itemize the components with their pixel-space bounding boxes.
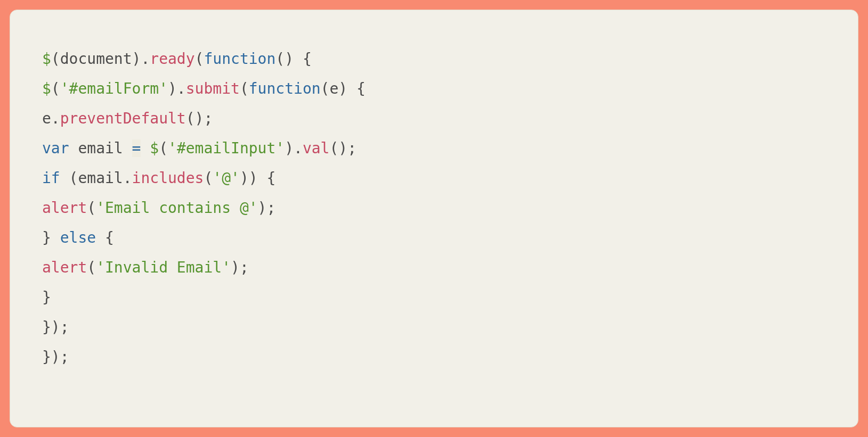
- code-token: () {: [275, 50, 311, 68]
- code-line: } else {: [42, 229, 114, 246]
- code-token: $: [42, 80, 51, 97]
- code-token: (: [195, 50, 204, 68]
- code-token: {: [96, 229, 114, 246]
- code-token: 'Email contains @': [96, 199, 257, 217]
- code-token: }: [42, 288, 51, 306]
- code-token: (: [87, 259, 96, 276]
- code-line: });: [42, 318, 69, 336]
- code-token: (: [240, 80, 249, 97]
- code-token: function: [204, 50, 275, 68]
- code-token: [141, 139, 150, 157]
- code-token: (: [159, 139, 168, 157]
- code-line: var email = $('#emailInput').val();: [42, 139, 356, 157]
- code-token: document: [60, 50, 132, 68]
- code-token: $: [150, 139, 159, 157]
- code-token: (e) {: [321, 80, 366, 97]
- code-token: alert: [42, 199, 87, 217]
- code-token: (: [51, 80, 60, 97]
- code-token: function: [249, 80, 321, 97]
- code-token: )) {: [240, 169, 275, 187]
- code-token: 'Invalid Email': [96, 259, 231, 276]
- code-token: var: [42, 139, 69, 157]
- code-token: );: [231, 259, 249, 276]
- code-token: e.: [42, 110, 60, 127]
- code-token: (: [51, 50, 60, 68]
- code-line: alert('Invalid Email');: [42, 259, 249, 276]
- code-token: if: [42, 169, 60, 187]
- code-token: submit: [186, 80, 240, 97]
- code-line: e.preventDefault();: [42, 110, 213, 127]
- code-token: }: [42, 229, 60, 246]
- code-token: '@': [213, 169, 240, 187]
- code-line: });: [42, 348, 69, 366]
- code-token: (: [204, 169, 213, 187]
- code-token: ).: [285, 139, 303, 157]
- code-token: ).: [168, 80, 186, 97]
- code-token: email: [69, 139, 132, 157]
- code-token: =: [132, 139, 141, 157]
- code-line: alert('Email contains @');: [42, 199, 275, 217]
- code-token: ).: [132, 50, 150, 68]
- code-token: includes: [132, 169, 204, 187]
- code-line: $(document).ready(function() {: [42, 50, 312, 68]
- code-token: alert: [42, 259, 87, 276]
- code-token: $: [42, 50, 51, 68]
- code-line: if (email.includes('@')) {: [42, 169, 275, 187]
- code-token: (email.: [60, 169, 132, 187]
- code-token: val: [303, 139, 330, 157]
- code-block: $(document).ready(function() { $('#email…: [42, 44, 826, 372]
- code-line: $('#emailForm').submit(function(e) {: [42, 80, 366, 97]
- code-token: ready: [150, 50, 194, 68]
- code-token: });: [42, 348, 69, 366]
- code-line: }: [42, 288, 51, 306]
- code-token: );: [258, 199, 276, 217]
- code-token: ();: [186, 110, 213, 127]
- code-panel: $(document).ready(function() { $('#email…: [10, 10, 858, 427]
- code-token: ();: [329, 139, 356, 157]
- code-token: '#emailInput': [168, 139, 285, 157]
- code-token: (: [87, 199, 96, 217]
- code-token: '#emailForm': [60, 80, 168, 97]
- code-token: else: [60, 229, 96, 246]
- code-token: });: [42, 318, 69, 336]
- code-token: preventDefault: [60, 110, 186, 127]
